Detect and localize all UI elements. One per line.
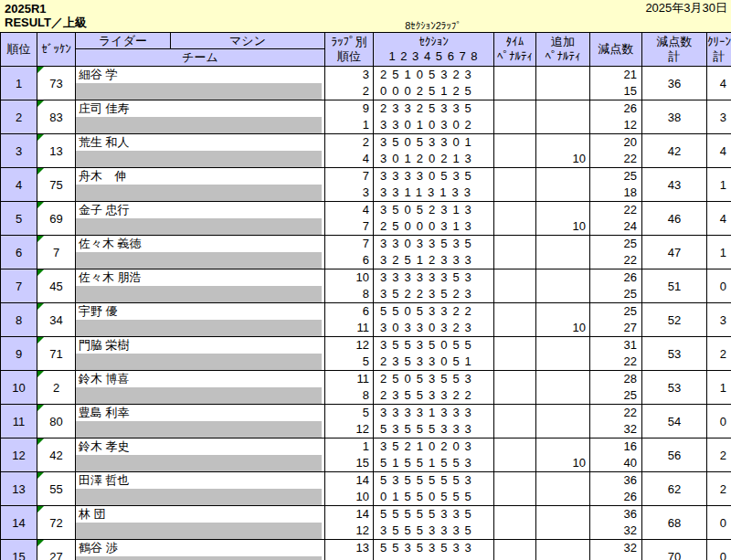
lap2-sections: 01550555 bbox=[374, 489, 493, 505]
time-penalty-value bbox=[494, 134, 535, 151]
bib-value: 2 bbox=[53, 381, 59, 395]
clean-total-value: 4 bbox=[720, 77, 726, 90]
lap2-rank: 7 bbox=[325, 218, 373, 235]
points-total-value: 42 bbox=[668, 144, 681, 158]
lap2-rank: 2 bbox=[325, 83, 373, 100]
clean-total-value: 2 bbox=[720, 449, 726, 462]
points-total-value: 54 bbox=[668, 415, 681, 428]
lap1-points: 26 bbox=[590, 100, 641, 117]
bib-value: 13 bbox=[49, 144, 62, 158]
time-penalty-cell bbox=[494, 438, 536, 472]
title-line-1: 2025R1 2025年3月30日 bbox=[5, 1, 727, 16]
points-cell: 25 27 bbox=[590, 303, 642, 337]
add-penalty-value: 10 bbox=[536, 218, 589, 235]
sections-cell: 33330535 33113133 bbox=[374, 168, 494, 202]
col-header-points-total: 減点数 計 bbox=[642, 33, 707, 67]
cell-flag-icon bbox=[37, 371, 44, 377]
cell-flag-icon bbox=[37, 506, 44, 512]
rank-value: 1 bbox=[16, 77, 22, 90]
rider-team-cell: 佐々木 義徳 bbox=[76, 236, 325, 269]
bib-cell: 69 bbox=[37, 202, 76, 236]
bib-cell: 7 bbox=[37, 236, 76, 269]
time-penalty-value bbox=[494, 506, 535, 523]
add-penalty-cell bbox=[536, 168, 590, 202]
bib-cell: 80 bbox=[37, 405, 76, 438]
points-total-value: 51 bbox=[668, 280, 681, 293]
rider-team-cell: 田澤 哲也 bbox=[76, 472, 325, 506]
rank-value: 9 bbox=[16, 347, 22, 361]
lap-rank-cell: 11 8 bbox=[325, 371, 374, 405]
lap2-points: 24 bbox=[590, 218, 641, 235]
rider-name: 門脇 栄樹 bbox=[76, 337, 324, 354]
rider-name: 田澤 哲也 bbox=[76, 472, 324, 489]
clean-total-cell: 4 bbox=[707, 67, 731, 100]
lap-rank-cell: 3 2 bbox=[325, 67, 374, 100]
time-penalty-value bbox=[494, 168, 535, 185]
lap2-rank: 14 bbox=[325, 556, 373, 560]
clean-total-value: 1 bbox=[720, 381, 726, 395]
add-penalty-cell bbox=[536, 100, 590, 134]
lap1-sections: 33331333 bbox=[374, 405, 493, 421]
lap2-sections: 25000313 bbox=[374, 218, 493, 235]
time-penalty-cell bbox=[494, 371, 536, 405]
team-bar bbox=[76, 489, 322, 505]
points-total-value: 68 bbox=[668, 516, 681, 530]
lap2-rank: 12 bbox=[325, 421, 373, 438]
add-penalty-cell bbox=[536, 67, 590, 100]
points-total-cell: 53 bbox=[642, 371, 707, 405]
rider-name: 鈴木 博喜 bbox=[76, 371, 324, 387]
sections-cell: 55053322 30330323 bbox=[374, 303, 494, 337]
team-bar bbox=[76, 286, 322, 302]
time-penalty-cell bbox=[494, 303, 536, 337]
lap1-sections: 25053553 bbox=[374, 371, 493, 387]
points-total-cell: 43 bbox=[642, 168, 707, 202]
lap2-sections: 53555333 bbox=[374, 421, 493, 438]
lap-rank-cell: 2 4 bbox=[325, 134, 374, 168]
rider-name: 舟木 伸 bbox=[76, 168, 324, 185]
add-penalty-value: 10 bbox=[536, 320, 589, 336]
add-penalty-cell: 10 bbox=[536, 540, 590, 560]
add-penalty-cell: 10 bbox=[536, 303, 590, 337]
col-header-bib: ｾﾞｯｹﾝ bbox=[37, 33, 76, 67]
time-penalty-cell bbox=[494, 168, 536, 202]
rank-value: 13 bbox=[12, 482, 25, 496]
sections-cell: 35053301 30120213 bbox=[374, 134, 494, 168]
lap2-rank: 11 bbox=[325, 320, 373, 336]
lap-rank-cell: 7 3 bbox=[325, 168, 374, 202]
clean-total-value: 0 bbox=[720, 516, 726, 530]
lap1-points: 28 bbox=[590, 371, 641, 387]
rank-value: 2 bbox=[16, 111, 22, 124]
lap1-points: 16 bbox=[590, 438, 641, 455]
results-table: 順位 ｾﾞｯｹﾝ ライダー マシン チーム ﾗｯﾌ bbox=[0, 32, 731, 560]
col-header-team: チーム bbox=[76, 49, 324, 66]
add-penalty-cell: 10 bbox=[536, 134, 590, 168]
sections-cell: 25053553 23553322 bbox=[374, 371, 494, 405]
points-cell: 31 22 bbox=[590, 337, 642, 371]
header-row: 順位 ｾﾞｯｹﾝ ライダー マシン チーム ﾗｯﾌ bbox=[1, 33, 731, 67]
lap1-points: 25 bbox=[590, 236, 641, 252]
team-bar bbox=[76, 151, 322, 167]
sections-cell: 55555335 35553335 bbox=[374, 506, 494, 540]
rank-cell: 12 bbox=[1, 438, 37, 472]
lap1-rank: 7 bbox=[325, 168, 373, 185]
rider-name: 鈴木 孝史 bbox=[76, 438, 324, 455]
time-penalty-cell bbox=[494, 472, 536, 506]
team-bar bbox=[76, 117, 322, 133]
bib-cell: 2 bbox=[37, 371, 76, 405]
lap1-sections: 35052313 bbox=[374, 202, 493, 218]
add-penalty-value bbox=[536, 185, 589, 201]
add-penalty-cell bbox=[536, 405, 590, 438]
points-total-cell: 42 bbox=[642, 134, 707, 168]
lap2-sections: 00025125 bbox=[374, 83, 493, 100]
lap-rank-cell: 13 14 bbox=[325, 540, 374, 560]
add-penalty-cell bbox=[536, 236, 590, 269]
add-penalty-value: 10 bbox=[536, 151, 589, 167]
lap2-points: 15 bbox=[590, 83, 641, 100]
lap1-sections: 33333353 bbox=[374, 269, 493, 286]
points-total-value: 38 bbox=[668, 111, 681, 124]
rider-name: 荒生 和人 bbox=[76, 134, 324, 151]
lap1-sections: 33330535 bbox=[374, 168, 493, 185]
points-total-cell: 36 bbox=[642, 67, 707, 100]
lap1-rank: 11 bbox=[325, 371, 373, 387]
bib-cell: 42 bbox=[37, 438, 76, 472]
